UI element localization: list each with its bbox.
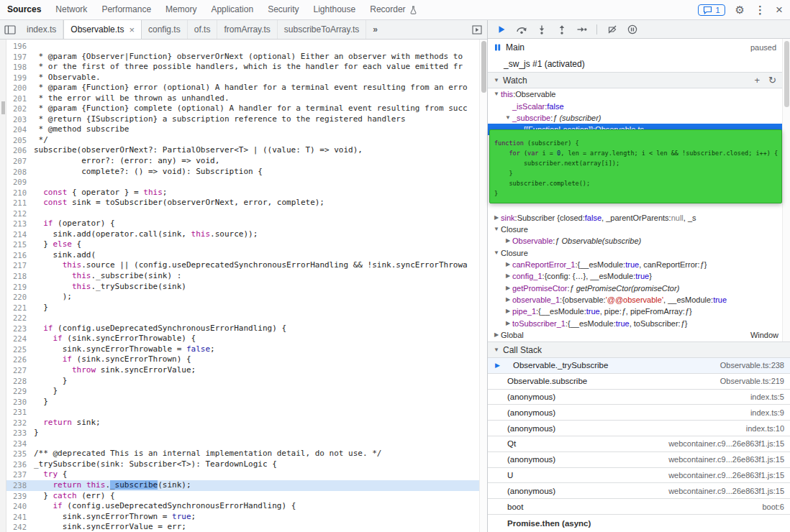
line-number[interactable]: 198 [6,62,34,73]
watch-row[interactable]: _isScalar: false [488,100,782,111]
code-text[interactable] [34,41,487,52]
file-tab-index-ts[interactable]: index.ts [20,20,63,39]
line-number[interactable]: 228 [6,376,34,387]
code-text[interactable]: } [34,303,487,313]
line-number[interactable]: 220 [6,292,34,303]
panel-tab-sources[interactable]: Sources [0,0,48,19]
line-number[interactable]: 214 [6,229,34,240]
line-number[interactable]: 233 [6,428,34,439]
code-text[interactable]: subscribe(observerOrNext?: PartialObserv… [34,145,487,156]
line-number[interactable]: 206 [6,145,34,156]
watch-row[interactable]: ▶pipe_1: {__esModule: true, pipe: ƒ, pip… [488,306,782,317]
more-menu-icon[interactable]: ⋮ [755,4,766,15]
watch-row[interactable]: ▶Observable: ƒ Observable(subscribe) [488,235,782,247]
line-number[interactable]: 235 [6,449,34,459]
close-devtools-icon[interactable]: × [776,4,783,16]
code-text[interactable] [34,208,487,219]
line-number[interactable]: 216 [6,250,34,261]
code-text[interactable]: sink.syncErrorThrown = true; [34,512,487,523]
file-tab-of-ts[interactable]: of.ts [188,20,218,39]
line-number[interactable]: 225 [6,344,34,355]
code-text[interactable]: } catch (err) { [34,491,487,502]
line-number[interactable]: 209 [6,177,34,188]
disclosure-triangle-icon[interactable]: ▶ [504,297,512,303]
watch-section-header[interactable]: ▼ Watch + ↻ [488,72,782,88]
file-tab-fromarray-ts[interactable]: fromArray.ts [217,20,277,39]
code-text[interactable]: } else { [34,239,487,250]
code-text[interactable]: sink.add( [34,250,487,261]
watch-row[interactable]: ▶toSubscriber_1: {__esModule: true, toSu… [488,317,782,329]
callstack-frame[interactable]: bootboot:6 [488,499,790,515]
watch-row[interactable]: ▶getPromiseCtor: ƒ getPromiseCtor(promis… [488,282,782,293]
navigator-toggle-icon[interactable] [0,20,20,39]
line-number[interactable]: 240 [6,501,34,512]
line-number[interactable]: 217 [6,260,34,271]
code-text[interactable]: * @param {Function} complete (optional) … [34,104,487,114]
code-text[interactable]: * Observable. [34,73,487,83]
code-text[interactable]: complete?: () => void): Subscription { [34,167,487,178]
code-text[interactable] [34,313,487,324]
code-text[interactable]: } [34,428,487,439]
file-tab-config-ts[interactable]: config.ts [142,20,188,39]
watch-row[interactable]: ▶sink: Subscriber {closed: false, _paren… [488,211,782,223]
disclosure-triangle-icon[interactable]: ▶ [492,215,501,221]
watch-row[interactable]: ▼Closure [488,224,782,235]
panel-tab-recorder[interactable]: Recorder [363,0,423,19]
line-number[interactable]: 205 [6,135,34,146]
line-number[interactable]: 238 [6,480,34,491]
code-text[interactable] [34,177,487,188]
line-number[interactable]: 231 [6,407,34,418]
code-text[interactable]: return this._subscribe(sink); [34,480,487,491]
line-number[interactable]: 196 [6,41,34,52]
tab-scroll-right-icon[interactable] [467,20,487,39]
disclosure-triangle-icon[interactable]: ▶ [504,321,512,326]
line-number[interactable]: 230 [6,397,34,408]
watch-row[interactable]: ▶canReportError_1: {__esModule: true, ca… [488,259,782,270]
resume-button[interactable] [492,22,510,37]
code-text[interactable]: /** @deprecated This is an internal impl… [34,449,487,459]
code-text[interactable]: */ [34,135,487,146]
disclosure-triangle-icon[interactable]: ▼ [492,226,501,232]
code-text[interactable]: this._subscribe(sink) : [34,271,487,282]
callstack-frame[interactable]: (anonymous)webcontainer.c9...26e863f1.js… [488,483,790,499]
line-number[interactable]: 223 [6,324,34,334]
line-number[interactable]: 241 [6,512,34,523]
add-watch-icon[interactable]: + [755,75,761,86]
line-number[interactable]: 229 [6,386,34,397]
code-text[interactable]: } [34,397,487,408]
code-text[interactable] [34,407,487,418]
code-text[interactable]: * the error will be thrown as unhandled. [34,93,487,104]
disclosure-triangle-icon[interactable]: ▶ [504,238,512,244]
line-number[interactable]: 218 [6,271,34,282]
code-text[interactable]: sink.syncErrorThrowable = false; [34,344,487,355]
code-text[interactable]: if (config.useDeprecatedSynchronousError… [34,324,487,334]
disclosure-triangle-icon[interactable]: ▼ [492,250,501,256]
code-text[interactable]: _trySubscribe(sink: Subscriber<T>): Tear… [34,459,487,470]
callstack-frame[interactable]: ▶Observable._trySubscribeObservable.ts:2… [488,358,790,374]
code-text[interactable]: * @param {Observer|Function} observerOrN… [34,52,487,63]
line-number[interactable]: 219 [6,282,34,293]
code-text[interactable]: const { operator } = this; [34,188,487,198]
panel-tab-lighthouse[interactable]: Lighthouse [307,0,363,19]
thread-row[interactable]: Mainpaused [488,39,782,55]
code-text[interactable]: this.source || (config.useDeprecatedSync… [34,260,487,271]
callstack-frame[interactable]: Observable.subscribeObservable.ts:219 [488,374,790,390]
code-text[interactable]: sink.add(operator.call(sink, this.source… [34,229,487,240]
line-number[interactable]: 211 [6,198,34,208]
code-text[interactable]: * @param {Function} error (optional) A h… [34,83,487,93]
disclosure-triangle-icon[interactable]: ▶ [504,308,512,314]
settings-gear-icon[interactable]: ⚙ [735,4,745,15]
line-number[interactable]: 232 [6,418,34,428]
editor-scrollbar-thumb[interactable] [481,41,486,93]
disclosure-triangle-icon[interactable]: ▶ [504,285,512,291]
line-number[interactable]: 227 [6,365,34,376]
code-text[interactable]: return sink; [34,418,487,428]
panel-tab-network[interactable]: Network [48,0,94,19]
line-number[interactable]: 215 [6,239,34,250]
code-text[interactable] [34,439,487,449]
line-number[interactable]: 239 [6,491,34,502]
line-number[interactable]: 208 [6,167,34,178]
code-text[interactable]: const sink = toSubscriber(observerOrNext… [34,198,487,208]
file-tab-subscribetoarray-ts[interactable]: subscribeToArray.ts [278,20,366,39]
disclosure-triangle-icon[interactable]: ▶ [504,273,512,279]
